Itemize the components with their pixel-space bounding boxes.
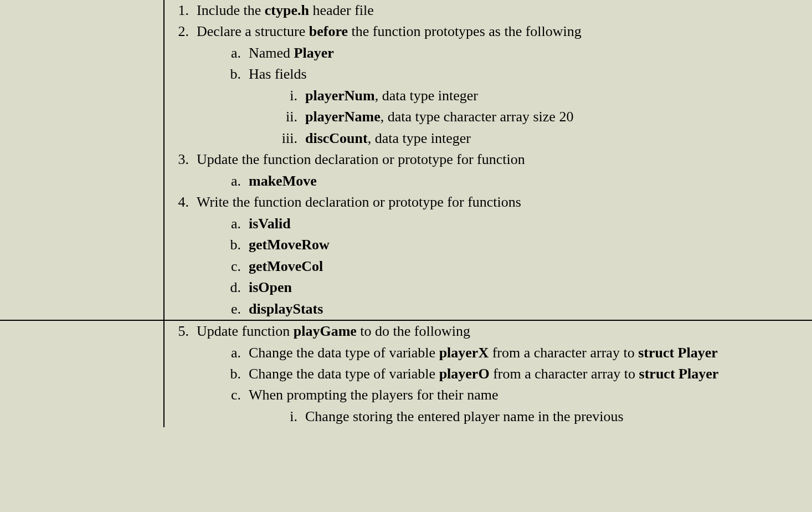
- alpha-list: a.Named Playerb.Has fieldsi.playerNum, d…: [165, 43, 812, 149]
- list-item-text: Update function playGame to do the follo…: [197, 321, 812, 342]
- bold-text: before: [309, 23, 348, 39]
- list-item-alpha: b.Has fields: [165, 64, 812, 85]
- bold-text: playerX: [439, 345, 489, 361]
- bold-text: playerName: [305, 109, 381, 125]
- list-item-content: Change the data type of variable playerO…: [249, 363, 812, 385]
- list-marker: a.: [165, 171, 249, 192]
- list-item-alpha: a.Named Player: [165, 43, 812, 64]
- alpha-list: a.makeMove: [165, 171, 812, 192]
- list-item-content: Change storing the entered player name i…: [305, 406, 812, 427]
- list-marker: 3.: [165, 149, 197, 170]
- list-item-num: 4.Write the function declaration or prot…: [165, 192, 812, 213]
- list-item-text: isValid: [249, 213, 812, 234]
- list-marker: i.: [165, 85, 305, 106]
- alpha-list: a.isValidb.getMoveRowc.getMoveCold.isOpe…: [165, 213, 812, 320]
- bold-text: getMoveCol: [249, 258, 323, 274]
- bold-text: playerNum: [305, 88, 375, 104]
- list-marker: c.: [165, 385, 249, 406]
- body-text: Include the: [197, 2, 265, 18]
- bold-text: Player: [294, 45, 334, 61]
- list-marker: a.: [165, 342, 249, 363]
- list-item-text: Change the data type of variable playerX…: [249, 342, 812, 363]
- body-text: Has fields: [249, 66, 307, 82]
- list-marker: ii.: [165, 106, 305, 127]
- body-text: Declare a structure: [197, 23, 309, 39]
- list-item-text: displayStats: [249, 299, 812, 320]
- list-item-text: discCount, data type integer: [305, 128, 812, 149]
- list-item-text: playerNum, data type integer: [305, 85, 812, 106]
- list-marker: i.: [165, 406, 305, 427]
- body-text: Change the data type of variable: [249, 345, 439, 361]
- list-item-num: 1.Include the ctype.h header file: [165, 0, 812, 21]
- list-item-roman: i.playerNum, data type integer: [165, 85, 812, 106]
- body-text: Update function: [197, 323, 294, 339]
- list-item-text: makeMove: [249, 171, 812, 192]
- body-text: , data type character array size 20: [381, 109, 574, 125]
- bold-text: getMoveRow: [249, 237, 330, 253]
- list-item-num: 5.Update function playGame to do the fol…: [165, 321, 812, 342]
- list-item-alpha: d.isOpen: [165, 277, 812, 298]
- list-item-text: Named Player: [249, 43, 812, 64]
- bold-text: isOpen: [249, 279, 292, 295]
- body-text: to do the following: [357, 323, 470, 339]
- list-item-text: Update the function declaration or proto…: [197, 149, 812, 170]
- list-item-text: isOpen: [249, 277, 812, 298]
- list-item-roman: i.Change storing the entered player name…: [165, 406, 812, 427]
- list-item-content: displayStats: [249, 299, 812, 320]
- body-text: from a character array to: [490, 366, 639, 382]
- roman-list: i.playerNum, data type integerii.playerN…: [165, 85, 812, 149]
- bold-text: isValid: [249, 216, 291, 232]
- right-cell: 1.Include the ctype.h header file2.Decla…: [164, 0, 812, 320]
- list-item-content: Change the data type of variable playerX…: [249, 342, 812, 363]
- list-item-num: 2.Declare a structure before the functio…: [165, 21, 812, 42]
- list-item-content: makeMove: [249, 171, 812, 192]
- list-item-content: playerNum, data type integer: [305, 85, 812, 106]
- list-marker: 2.: [165, 21, 197, 42]
- list-item-text: playerName, data type character array si…: [305, 106, 812, 127]
- list-item-text: Has fields: [249, 64, 812, 85]
- list-item-content: getMoveCol: [249, 256, 812, 277]
- list-item-content: getMoveRow: [249, 234, 812, 255]
- list-item-text: Declare a structure before the function …: [197, 21, 812, 42]
- list-item-alpha: c.When prompting the players for their n…: [165, 385, 812, 406]
- list-marker: 4.: [165, 192, 197, 213]
- body-text: Change storing the entered player name i…: [305, 408, 624, 424]
- left-cell: [0, 320, 164, 427]
- bold-text: struct Player: [638, 345, 718, 361]
- list-item-content: isOpen: [249, 277, 812, 298]
- body-text: from a character array to: [489, 345, 638, 361]
- list-marker: a.: [165, 43, 249, 64]
- body-text: Update the function declaration or proto…: [197, 151, 525, 167]
- body-text: Write the function declaration or protot…: [197, 194, 521, 210]
- list-item-text: getMoveRow: [249, 234, 812, 255]
- list-item-text: Include the ctype.h header file: [197, 0, 812, 21]
- bold-text: ctype.h: [265, 2, 309, 18]
- bold-text: discCount: [305, 130, 368, 146]
- list-item-content: Has fields: [249, 64, 812, 85]
- list-marker: d.: [165, 277, 249, 298]
- body-text: , data type integer: [368, 130, 471, 146]
- list-item-content: Update function playGame to do the follo…: [197, 321, 812, 342]
- body-text: Change the data type of variable: [249, 366, 439, 382]
- numbered-list: 5.Update function playGame to do the fol…: [165, 321, 812, 427]
- list-item-alpha: a.Change the data type of variable playe…: [165, 342, 812, 363]
- list-item-content: When prompting the players for their nam…: [249, 385, 812, 406]
- list-item-alpha: b.Change the data type of variable playe…: [165, 363, 812, 385]
- body-text: , data type integer: [375, 88, 478, 104]
- list-marker: b.: [165, 234, 249, 255]
- bold-text: makeMove: [249, 173, 317, 189]
- bold-text: displayStats: [249, 301, 323, 317]
- list-item-alpha: e.displayStats: [165, 299, 812, 320]
- table-row: 5.Update function playGame to do the fol…: [0, 320, 812, 427]
- list-item-roman: ii.playerName, data type character array…: [165, 106, 812, 127]
- list-item-content: Include the ctype.h header file: [197, 0, 812, 21]
- body-text: header file: [309, 2, 374, 18]
- list-item-alpha: c.getMoveCol: [165, 256, 812, 277]
- list-item-text: Write the function declaration or protot…: [197, 192, 812, 213]
- list-item-alpha: a.isValid: [165, 213, 812, 234]
- list-marker: c.: [165, 256, 249, 277]
- list-marker: iii.: [165, 128, 305, 149]
- body-text: Named: [249, 45, 294, 61]
- body-text: When prompting the players for their nam…: [249, 387, 498, 403]
- list-item-alpha: a.makeMove: [165, 171, 812, 192]
